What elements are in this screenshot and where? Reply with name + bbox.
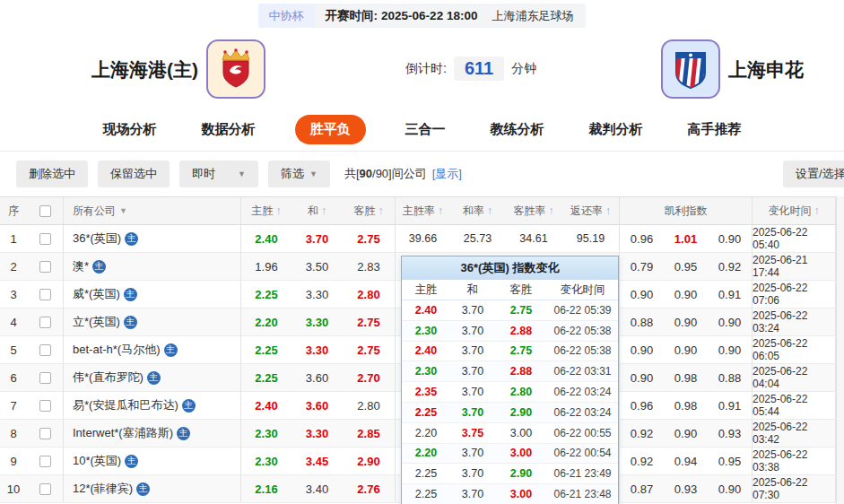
delete-selected-button[interactable]: 删除选中 xyxy=(16,161,88,187)
popup-away-odds: 2.90 xyxy=(495,406,547,419)
show-link[interactable]: [显示] xyxy=(432,166,462,182)
filter-dropdown[interactable]: 筛选 ▼ xyxy=(268,161,330,187)
away-odds[interactable]: 2.83 xyxy=(343,253,395,280)
away-odds[interactable]: 2.85 xyxy=(343,420,395,447)
home-odds[interactable]: 2.20 xyxy=(240,308,291,335)
company-cell[interactable]: Interwet*(塞浦路斯)主 xyxy=(63,420,240,447)
draw-rate-header[interactable]: 和率↑ xyxy=(450,197,505,224)
change-time: 2025-06-22 06:05 xyxy=(752,336,836,363)
change-time-header[interactable]: 变化时间↑ xyxy=(752,197,836,224)
settings-button[interactable]: 设置/选择 xyxy=(783,161,844,187)
tab-7[interactable]: 高手推荐 xyxy=(683,115,747,144)
kickoff-label: 开赛时间: xyxy=(326,8,378,24)
home-odds[interactable]: 2.16 xyxy=(240,475,291,502)
return-rate-header[interactable]: 返还率↑ xyxy=(562,197,619,224)
popup-away-odds: 2.90 xyxy=(495,467,547,480)
row-checkbox[interactable] xyxy=(39,400,51,412)
row-checkbox[interactable] xyxy=(39,483,51,495)
keep-selected-button[interactable]: 保留选中 xyxy=(98,161,170,187)
row-checkbox[interactable] xyxy=(39,317,51,328)
away-odds[interactable]: 2.70 xyxy=(343,364,395,391)
away-odds[interactable]: 2.76 xyxy=(343,475,395,502)
kelly-away: 0.90 xyxy=(708,475,752,502)
home-odds[interactable]: 2.30 xyxy=(240,420,291,447)
company-cell[interactable]: 易*(安提瓜和巴布达)主 xyxy=(63,392,240,419)
instant-dropdown[interactable]: 即时 ▼ xyxy=(179,161,258,187)
company-cell[interactable]: 威*(英国)主 xyxy=(63,281,240,308)
away-odds[interactable]: 2.75 xyxy=(343,225,395,252)
away-rate-header[interactable]: 客胜率↑ xyxy=(505,197,562,224)
company-header[interactable]: 所有公司 ▼ xyxy=(63,197,240,224)
tab-1[interactable]: 现场分析 xyxy=(98,115,162,144)
popup-row: 2.203.703.0006-22 00:54 xyxy=(402,444,618,465)
home-odds-header[interactable]: 主胜↑ xyxy=(240,197,291,224)
home-odds[interactable]: 2.25 xyxy=(240,281,291,308)
kelly-home: 0.90 xyxy=(619,281,664,308)
tab-2[interactable]: 数据分析 xyxy=(196,115,261,144)
tab-6[interactable]: 裁判分析 xyxy=(584,115,648,144)
row-checkbox[interactable] xyxy=(39,289,51,300)
draw-odds[interactable]: 3.70 xyxy=(291,225,343,252)
home-badge-icon: 主 xyxy=(124,288,137,301)
company-cell[interactable]: 36*(英国)主 xyxy=(63,225,240,252)
company-cell[interactable]: 12*(菲律宾)主 xyxy=(63,475,240,502)
row-checkbox[interactable] xyxy=(39,456,51,467)
vertical-scrollbar[interactable] xyxy=(836,196,844,504)
away-odds[interactable]: 2.75 xyxy=(343,308,395,335)
popup-draw-odds: 3.70 xyxy=(450,365,495,378)
away-odds-header[interactable]: 客胜↑ xyxy=(343,197,395,224)
home-odds[interactable]: 2.25 xyxy=(240,364,291,391)
home-odds[interactable]: 2.40 xyxy=(240,225,291,252)
league-badge[interactable]: 中协杯 xyxy=(258,4,315,28)
home-odds[interactable]: 2.30 xyxy=(240,448,291,474)
popup-home-odds: 2.25 xyxy=(402,406,450,419)
kickoff-time: 2025-06-22 18:00 xyxy=(381,9,477,22)
popup-change-time: 06-22 00:54 xyxy=(547,447,618,459)
home-odds[interactable]: 2.40 xyxy=(240,392,291,419)
away-odds[interactable]: 2.80 xyxy=(343,392,395,419)
away-odds[interactable]: 2.80 xyxy=(343,281,395,308)
company-name: bet-at-h*(马尔他) xyxy=(73,342,161,358)
select-all-checkbox[interactable] xyxy=(39,205,51,217)
row-checkbox[interactable] xyxy=(39,372,51,384)
company-cell[interactable]: 立*(英国)主 xyxy=(63,308,240,335)
home-rate-header[interactable]: 主胜率↑ xyxy=(395,197,450,224)
draw-odds[interactable]: 3.45 xyxy=(291,448,343,474)
away-team-logo xyxy=(661,39,720,99)
company-cell[interactable]: 10*(英国)主 xyxy=(63,448,240,474)
popup-away-odds: 2.75 xyxy=(495,344,547,357)
filter-caret-icon: ▼ xyxy=(119,206,127,215)
draw-odds[interactable]: 3.50 xyxy=(291,253,343,280)
row-checkbox[interactable] xyxy=(39,428,51,439)
home-odds[interactable]: 1.96 xyxy=(240,253,291,280)
away-odds[interactable]: 2.75 xyxy=(343,336,395,363)
company-cell[interactable]: 澳*主 xyxy=(63,253,240,280)
teams-header: 上海海港(主) 倒计时: 611 分钟 xyxy=(0,31,844,109)
row-checkbox[interactable] xyxy=(39,233,51,245)
row-seq: 4 xyxy=(0,308,27,335)
kelly-draw: 0.98 xyxy=(664,392,708,419)
popup-row: 2.203.753.0006-22 00:55 xyxy=(402,423,618,444)
row-checkbox-cell xyxy=(27,392,63,419)
away-odds[interactable]: 2.90 xyxy=(343,448,395,474)
draw-odds[interactable]: 3.60 xyxy=(291,392,343,419)
draw-odds[interactable]: 3.30 xyxy=(291,336,343,363)
row-checkbox[interactable] xyxy=(39,344,51,356)
home-odds[interactable]: 2.25 xyxy=(240,336,291,363)
popup-change-time: 06-22 05:39 xyxy=(547,304,618,317)
row-checkbox[interactable] xyxy=(39,261,51,273)
draw-odds-header[interactable]: 和↑ xyxy=(291,197,343,224)
kelly-draw: 1.01 xyxy=(664,225,708,252)
draw-odds[interactable]: 3.30 xyxy=(291,420,343,447)
company-cell[interactable]: bet-at-h*(马尔他)主 xyxy=(63,336,240,363)
company-cell[interactable]: 伟*(直布罗陀)主 xyxy=(63,364,240,391)
draw-odds[interactable]: 3.30 xyxy=(291,308,343,335)
draw-odds[interactable]: 3.60 xyxy=(291,364,343,391)
draw-odds[interactable]: 3.30 xyxy=(291,281,343,308)
tab-3[interactable]: 胜平负 xyxy=(295,115,366,144)
popup-away-odds: 2.75 xyxy=(495,304,547,317)
tab-4[interactable]: 三合一 xyxy=(400,115,451,144)
select-all-cell xyxy=(27,197,63,224)
tab-5[interactable]: 教练分析 xyxy=(485,115,550,144)
draw-odds[interactable]: 3.40 xyxy=(291,475,343,502)
